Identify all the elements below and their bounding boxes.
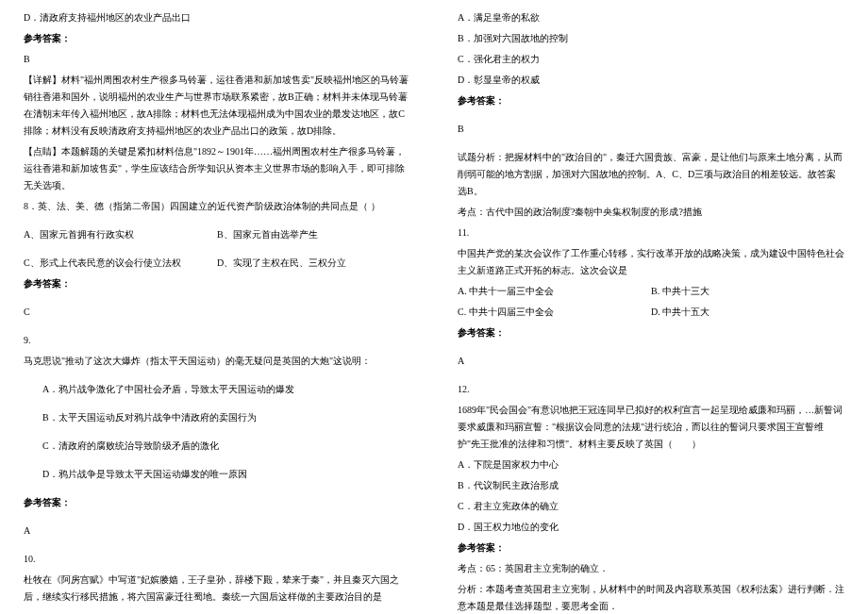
q10-stem: 杜牧在《阿房宫赋》中写道"妃嫔媵嫱，王子皇孙，辞楼下殿，辇来于秦"，并且秦灭六国…: [24, 572, 410, 606]
ref-answer-label: 参考答案：: [458, 324, 844, 341]
q12-option-a: A．下院是国家权力中心: [458, 456, 844, 473]
q10-option-c: C．强化君主的权力: [458, 51, 844, 68]
q11-options-row2: C. 中共十四届三中全会 D. 中共十五大: [458, 304, 844, 321]
q12-stem: 1689年"民会国会"有意识地把王冠连同早已拟好的权利宣言一起呈现给威廉和玛丽，…: [458, 402, 844, 453]
ref-answer-label: 参考答案：: [24, 494, 410, 511]
q11-option-b: B. 中共十三大: [651, 283, 844, 300]
q8-options-row1: A、国家元首拥有行政实权 B、国家元首由选举产生: [24, 226, 410, 243]
q12-point: 考点：65：英国君主立宪制的确立．: [458, 560, 844, 577]
q8-option-c: C、形式上代表民意的议会行使立法权: [24, 255, 217, 272]
q11-option-d: D. 中共十五大: [651, 304, 844, 321]
q8-option-b: B、国家元首由选举产生: [217, 226, 410, 243]
q8-answer: C: [24, 304, 410, 321]
q11-options-row1: A. 中共十一届三中全会 B. 中共十三大: [458, 283, 844, 300]
q9-option-d: D．鸦片战争是导致太平天国运动爆发的唯一原因: [24, 466, 410, 483]
right-column: A．满足皇帝的私欲 B．加强对六国故地的控制 C．强化君主的权力 D．彰显皇帝的…: [434, 9, 868, 605]
ref-answer-label: 参考答案：: [458, 539, 844, 556]
q12-option-d: D．国王权力地位的变化: [458, 519, 844, 536]
q7-detail: 【详解】材料"福州周围农村生产很多马铃薯，运往香港和新加坡售卖"反映福州地区的马…: [24, 72, 410, 140]
q12-option-c: C．君主立宪政体的确立: [458, 498, 844, 515]
q12-option-b: B．代议制民主政治形成: [458, 477, 844, 494]
q9-stem: 马克思说"推动了这次大爆炸（指太平天国运动）的毫无疑问是英国的大炮"这说明：: [24, 353, 410, 370]
q11-answer: A: [458, 353, 844, 370]
q9-option-a: A．鸦片战争激化了中国社会矛盾，导致太平天国运动的爆发: [24, 381, 410, 398]
q10-num: 10.: [24, 551, 410, 568]
q10-point: 考点：古代中国的政治制度?秦朝中央集权制度的形成?措施: [458, 204, 844, 221]
q11-num: 11.: [458, 224, 844, 241]
q10-option-b: B．加强对六国故地的控制: [458, 30, 844, 47]
q9-num: 9.: [24, 332, 410, 349]
q11-option-c: C. 中共十四届三中全会: [458, 304, 651, 321]
ref-answer-label: 参考答案：: [24, 275, 410, 292]
q11-option-a: A. 中共十一届三中全会: [458, 283, 651, 300]
q9-option-c: C．清政府的腐败统治导致阶级矛盾的激化: [24, 438, 410, 455]
q12-analysis: 分析：本题考查英国君主立宪制，从材料中的时间及内容联系英国《权利法案》进行判断．…: [458, 581, 844, 614]
q9-answer: A: [24, 523, 410, 539]
q9-option-b: B．太平天国运动反对鸦片战争中清政府的卖国行为: [24, 409, 410, 426]
q8-options-row2: C、形式上代表民意的议会行使立法权 D、实现了主权在民、三权分立: [24, 255, 410, 272]
q10-answer: B: [458, 121, 844, 138]
left-column: D．清政府支持福州地区的农业产品出口 参考答案： B 【详解】材料"福州周围农村…: [0, 9, 434, 605]
q8-option-a: A、国家元首拥有行政实权: [24, 226, 217, 243]
q10-option-a: A．满足皇帝的私欲: [458, 9, 844, 26]
q7-option-d: D．清政府支持福州地区的农业产品出口: [24, 9, 410, 26]
q10-option-d: D．彰显皇帝的权威: [458, 72, 844, 89]
q7-answer: B: [24, 51, 410, 68]
q8-option-d: D、实现了主权在民、三权分立: [217, 255, 410, 272]
ref-answer-label: 参考答案：: [458, 92, 844, 109]
q10-analysis: 试题分析：把握材料中的"政治目的"，秦迁六国贵族、富豪，是让他们与原来土地分离，…: [458, 149, 844, 200]
q11-stem: 中国共产党的某次会议作了工作重心转移，实行改革开放的战略决策，成为建设中国特色社…: [458, 245, 844, 279]
q8-stem: 8．英、法、美、德（指第二帝国）四国建立的近代资产阶级政治体制的共同点是（ ）: [24, 198, 410, 215]
q7-point: 【点睛】本题解题的关键是紧扣材料信息"1892～1901年……福州周围农村生产很…: [24, 143, 410, 194]
q12-num: 12.: [458, 381, 844, 398]
ref-answer-label: 参考答案：: [24, 30, 410, 47]
